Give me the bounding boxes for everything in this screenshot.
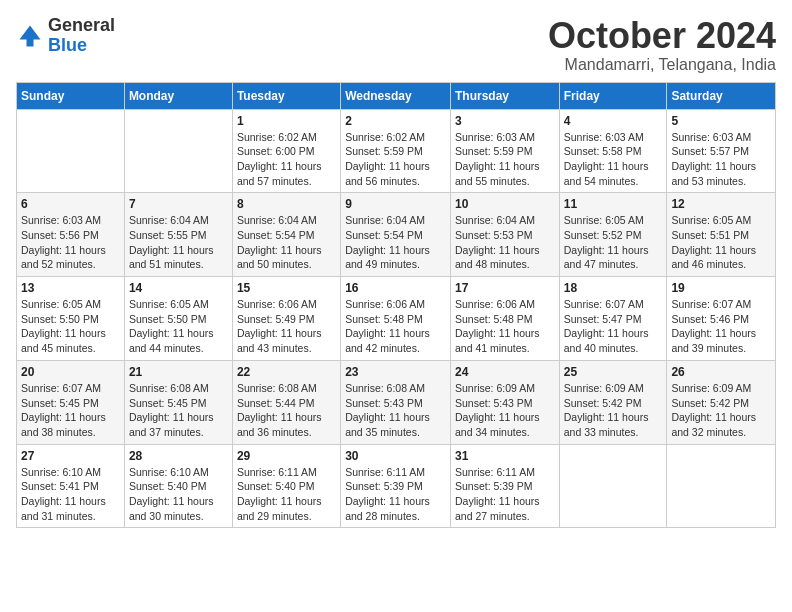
logo: General Blue [16, 16, 115, 56]
day-number: 10 [455, 197, 555, 211]
week-row-5: 27 Sunrise: 6:10 AMSunset: 5:41 PMDaylig… [17, 444, 776, 528]
day-info: Sunrise: 6:05 AMSunset: 5:52 PMDaylight:… [564, 213, 663, 272]
day-info: Sunrise: 6:08 AMSunset: 5:43 PMDaylight:… [345, 381, 446, 440]
day-number: 21 [129, 365, 228, 379]
day-number: 27 [21, 449, 120, 463]
day-number: 23 [345, 365, 446, 379]
day-info: Sunrise: 6:07 AMSunset: 5:45 PMDaylight:… [21, 381, 120, 440]
cell-4-2: 29 Sunrise: 6:11 AMSunset: 5:40 PMDaylig… [232, 444, 340, 528]
day-info: Sunrise: 6:03 AMSunset: 5:57 PMDaylight:… [671, 130, 771, 189]
day-number: 20 [21, 365, 120, 379]
day-info: Sunrise: 6:09 AMSunset: 5:42 PMDaylight:… [671, 381, 771, 440]
day-info: Sunrise: 6:06 AMSunset: 5:48 PMDaylight:… [455, 297, 555, 356]
cell-0-0 [17, 109, 125, 193]
day-info: Sunrise: 6:06 AMSunset: 5:48 PMDaylight:… [345, 297, 446, 356]
day-number: 6 [21, 197, 120, 211]
cell-3-3: 23 Sunrise: 6:08 AMSunset: 5:43 PMDaylig… [341, 360, 451, 444]
cell-0-4: 3 Sunrise: 6:03 AMSunset: 5:59 PMDayligh… [450, 109, 559, 193]
title-block: October 2024 Mandamarri, Telangana, Indi… [548, 16, 776, 74]
day-info: Sunrise: 6:03 AMSunset: 5:58 PMDaylight:… [564, 130, 663, 189]
header-row: SundayMondayTuesdayWednesdayThursdayFrid… [17, 82, 776, 109]
day-info: Sunrise: 6:04 AMSunset: 5:55 PMDaylight:… [129, 213, 228, 272]
cell-0-6: 5 Sunrise: 6:03 AMSunset: 5:57 PMDayligh… [667, 109, 776, 193]
cell-3-2: 22 Sunrise: 6:08 AMSunset: 5:44 PMDaylig… [232, 360, 340, 444]
day-number: 16 [345, 281, 446, 295]
day-number: 30 [345, 449, 446, 463]
header-thursday: Thursday [450, 82, 559, 109]
day-number: 2 [345, 114, 446, 128]
header-tuesday: Tuesday [232, 82, 340, 109]
cell-2-4: 17 Sunrise: 6:06 AMSunset: 5:48 PMDaylig… [450, 277, 559, 361]
day-number: 15 [237, 281, 336, 295]
cell-3-6: 26 Sunrise: 6:09 AMSunset: 5:42 PMDaylig… [667, 360, 776, 444]
logo-text: General Blue [48, 16, 115, 56]
cell-4-1: 28 Sunrise: 6:10 AMSunset: 5:40 PMDaylig… [124, 444, 232, 528]
day-info: Sunrise: 6:02 AMSunset: 6:00 PMDaylight:… [237, 130, 336, 189]
logo-general: General [48, 15, 115, 35]
cell-3-0: 20 Sunrise: 6:07 AMSunset: 5:45 PMDaylig… [17, 360, 125, 444]
header-sunday: Sunday [17, 82, 125, 109]
day-info: Sunrise: 6:08 AMSunset: 5:45 PMDaylight:… [129, 381, 228, 440]
day-number: 9 [345, 197, 446, 211]
cell-4-6 [667, 444, 776, 528]
day-number: 31 [455, 449, 555, 463]
day-info: Sunrise: 6:05 AMSunset: 5:50 PMDaylight:… [129, 297, 228, 356]
cell-2-0: 13 Sunrise: 6:05 AMSunset: 5:50 PMDaylig… [17, 277, 125, 361]
week-row-1: 1 Sunrise: 6:02 AMSunset: 6:00 PMDayligh… [17, 109, 776, 193]
day-info: Sunrise: 6:08 AMSunset: 5:44 PMDaylight:… [237, 381, 336, 440]
day-number: 7 [129, 197, 228, 211]
day-info: Sunrise: 6:11 AMSunset: 5:40 PMDaylight:… [237, 465, 336, 524]
day-number: 28 [129, 449, 228, 463]
cell-4-3: 30 Sunrise: 6:11 AMSunset: 5:39 PMDaylig… [341, 444, 451, 528]
cell-0-3: 2 Sunrise: 6:02 AMSunset: 5:59 PMDayligh… [341, 109, 451, 193]
day-number: 18 [564, 281, 663, 295]
page-header: General Blue October 2024 Mandamarri, Te… [16, 16, 776, 74]
svg-marker-0 [20, 25, 41, 46]
cell-0-1 [124, 109, 232, 193]
day-number: 4 [564, 114, 663, 128]
day-info: Sunrise: 6:04 AMSunset: 5:53 PMDaylight:… [455, 213, 555, 272]
day-info: Sunrise: 6:07 AMSunset: 5:46 PMDaylight:… [671, 297, 771, 356]
day-info: Sunrise: 6:06 AMSunset: 5:49 PMDaylight:… [237, 297, 336, 356]
day-info: Sunrise: 6:09 AMSunset: 5:43 PMDaylight:… [455, 381, 555, 440]
cell-1-1: 7 Sunrise: 6:04 AMSunset: 5:55 PMDayligh… [124, 193, 232, 277]
day-info: Sunrise: 6:11 AMSunset: 5:39 PMDaylight:… [455, 465, 555, 524]
cell-0-5: 4 Sunrise: 6:03 AMSunset: 5:58 PMDayligh… [559, 109, 667, 193]
day-info: Sunrise: 6:04 AMSunset: 5:54 PMDaylight:… [345, 213, 446, 272]
day-number: 29 [237, 449, 336, 463]
week-row-3: 13 Sunrise: 6:05 AMSunset: 5:50 PMDaylig… [17, 277, 776, 361]
month-title: October 2024 [548, 16, 776, 56]
day-number: 1 [237, 114, 336, 128]
day-number: 25 [564, 365, 663, 379]
calendar-table: SundayMondayTuesdayWednesdayThursdayFrid… [16, 82, 776, 529]
week-row-4: 20 Sunrise: 6:07 AMSunset: 5:45 PMDaylig… [17, 360, 776, 444]
cell-2-1: 14 Sunrise: 6:05 AMSunset: 5:50 PMDaylig… [124, 277, 232, 361]
day-info: Sunrise: 6:03 AMSunset: 5:59 PMDaylight:… [455, 130, 555, 189]
header-monday: Monday [124, 82, 232, 109]
cell-1-2: 8 Sunrise: 6:04 AMSunset: 5:54 PMDayligh… [232, 193, 340, 277]
day-info: Sunrise: 6:10 AMSunset: 5:40 PMDaylight:… [129, 465, 228, 524]
cell-4-4: 31 Sunrise: 6:11 AMSunset: 5:39 PMDaylig… [450, 444, 559, 528]
logo-blue: Blue [48, 35, 87, 55]
location-title: Mandamarri, Telangana, India [548, 56, 776, 74]
day-info: Sunrise: 6:11 AMSunset: 5:39 PMDaylight:… [345, 465, 446, 524]
cell-1-0: 6 Sunrise: 6:03 AMSunset: 5:56 PMDayligh… [17, 193, 125, 277]
day-number: 14 [129, 281, 228, 295]
day-number: 12 [671, 197, 771, 211]
day-info: Sunrise: 6:10 AMSunset: 5:41 PMDaylight:… [21, 465, 120, 524]
day-info: Sunrise: 6:04 AMSunset: 5:54 PMDaylight:… [237, 213, 336, 272]
day-info: Sunrise: 6:05 AMSunset: 5:50 PMDaylight:… [21, 297, 120, 356]
day-info: Sunrise: 6:03 AMSunset: 5:56 PMDaylight:… [21, 213, 120, 272]
cell-3-5: 25 Sunrise: 6:09 AMSunset: 5:42 PMDaylig… [559, 360, 667, 444]
day-number: 5 [671, 114, 771, 128]
day-number: 22 [237, 365, 336, 379]
cell-1-3: 9 Sunrise: 6:04 AMSunset: 5:54 PMDayligh… [341, 193, 451, 277]
cell-4-5 [559, 444, 667, 528]
cell-1-5: 11 Sunrise: 6:05 AMSunset: 5:52 PMDaylig… [559, 193, 667, 277]
header-friday: Friday [559, 82, 667, 109]
day-number: 13 [21, 281, 120, 295]
day-number: 26 [671, 365, 771, 379]
cell-1-6: 12 Sunrise: 6:05 AMSunset: 5:51 PMDaylig… [667, 193, 776, 277]
day-number: 3 [455, 114, 555, 128]
logo-icon [16, 22, 44, 50]
